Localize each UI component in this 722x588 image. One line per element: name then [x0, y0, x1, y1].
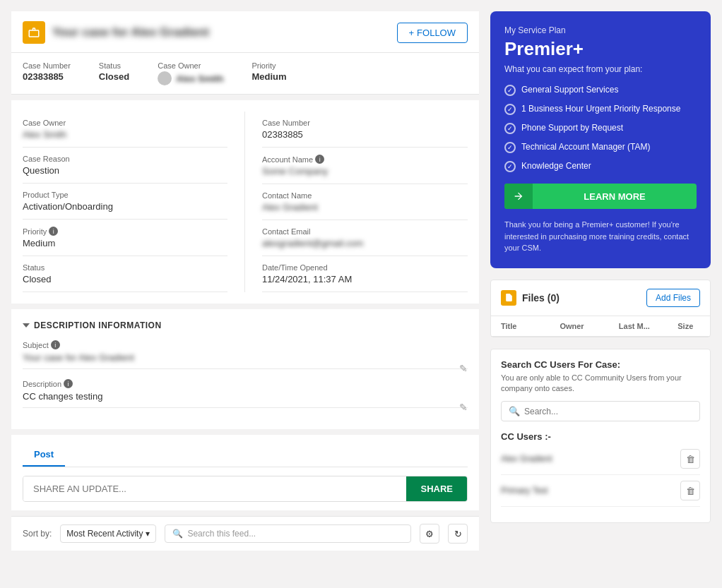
- plan-footer: Thank you for being a Premier+ customer!…: [504, 219, 697, 254]
- list-item: 1 Business Hour Urgent Priority Response: [504, 103, 697, 115]
- share-area: SHARE: [23, 476, 468, 502]
- details-right-col: Case Number 02383885 Account Name i Some…: [245, 112, 468, 292]
- feed-section: Post SHARE: [11, 435, 479, 510]
- contact-email-label: Contact Email: [262, 227, 310, 236]
- case-number-label: Case Number: [23, 61, 71, 70]
- files-header: Files (0) Add Files: [491, 280, 710, 316]
- subject-value: Your case for Alex Gradient: [23, 352, 468, 363]
- plan-features-list: General Support Services 1 Business Hour…: [504, 84, 697, 172]
- case-reason-val: Question: [23, 165, 227, 176]
- files-title: Files (0): [501, 290, 560, 306]
- sort-bar: Sort by: Most Recent Activity ▾ 🔍 Search…: [11, 516, 479, 551]
- share-button[interactable]: SHARE: [406, 476, 467, 501]
- case-number-value: 02383885: [23, 71, 71, 82]
- learn-more-button[interactable]: LEARN MORE: [504, 184, 697, 209]
- feed-tabs: Post: [23, 443, 468, 467]
- check-icon: [504, 104, 516, 115]
- contact-email-val: alexgradient@gmail.com: [262, 238, 468, 248]
- case-icon: [23, 21, 45, 44]
- case-title: Your case for Alex Gradient: [52, 25, 209, 40]
- list-item: General Support Services: [504, 84, 697, 96]
- field-case-owner: Case Owner Alex Smith: [23, 112, 227, 148]
- contact-name-label: Contact Name: [262, 191, 312, 200]
- field-datetime-opened: Date/Time Opened 11/24/2021, 11:37 AM: [262, 256, 468, 292]
- list-item: Knowledge Center: [504, 160, 697, 172]
- check-icon: [504, 161, 516, 172]
- list-item: Technical Account Manager (TAM): [504, 141, 697, 153]
- field-contact-email: Contact Email alexgradient@gmail.com: [262, 220, 468, 256]
- avatar: [158, 71, 172, 85]
- check-icon: [504, 142, 516, 153]
- priority-field-label: Priority: [23, 227, 47, 236]
- status-field-label: Status: [23, 263, 45, 272]
- details-left-col: Case Owner Alex Smith Case Reason Questi…: [23, 112, 245, 292]
- case-reason-label: Case Reason: [23, 155, 70, 163]
- sort-select[interactable]: Most Recent Activity ▾: [60, 524, 156, 543]
- feature-label: Knowledge Center: [521, 160, 591, 172]
- cc-search-input[interactable]: [524, 407, 692, 416]
- learn-more-label: LEARN MORE: [533, 184, 697, 209]
- description-header: DESCRIPTION INFORMATION: [23, 320, 468, 330]
- cc-user-row: Alex Gradient 🗑: [501, 449, 700, 475]
- cc-user-name: Alex Gradient: [501, 454, 552, 464]
- add-files-button[interactable]: Add Files: [646, 289, 700, 307]
- trash-icon: 🗑: [686, 454, 695, 464]
- priority-info-icon: i: [49, 227, 58, 236]
- product-type-label: Product Type: [23, 191, 69, 199]
- case-number-detail-val: 02383885: [262, 129, 468, 140]
- status-label: Status: [99, 61, 129, 70]
- account-name-label: Account Name: [262, 155, 313, 164]
- service-plan-card: My Service Plan Premier+ What you can ex…: [490, 11, 711, 268]
- feature-label: Phone Support by Request: [521, 122, 623, 134]
- search-placeholder: Search this feed...: [187, 529, 256, 539]
- field-case-reason: Case Reason Question: [23, 148, 227, 184]
- description-edit-icon[interactable]: ✎: [459, 402, 468, 413]
- cc-users-title: Search CC Users For Case:: [501, 359, 700, 370]
- cc-users-subtitle: You are only able to CC Community Users …: [501, 373, 700, 395]
- priority-label: Priority: [251, 61, 286, 70]
- product-type-val: Activation/Onboarding: [23, 201, 227, 212]
- refresh-icon-button[interactable]: ↻: [448, 524, 468, 544]
- field-status: Status Closed: [23, 256, 227, 292]
- case-owner-label: Case Owner: [158, 61, 223, 70]
- meta-case-owner: Case Owner Alex Smith: [158, 61, 223, 85]
- cc-user-delete-button[interactable]: 🗑: [680, 481, 700, 500]
- follow-button[interactable]: + FOLLOW: [397, 23, 468, 43]
- files-icon: [501, 290, 516, 306]
- search-feed-input[interactable]: 🔍 Search this feed...: [165, 524, 411, 543]
- chevron-down-icon[interactable]: [23, 323, 30, 328]
- files-count-label: Files (0): [522, 292, 560, 304]
- subject-label: Subject i: [23, 340, 468, 349]
- field-account-name: Account Name i Some Company: [262, 148, 468, 184]
- datetime-opened-label: Date/Time Opened: [262, 263, 328, 272]
- refresh-icon: ↻: [454, 529, 462, 539]
- description-section: DESCRIPTION INFORMATION Subject i Your c…: [11, 309, 479, 429]
- subject-edit-icon[interactable]: ✎: [459, 363, 468, 374]
- contact-name-val: Alex Gradient: [262, 202, 468, 212]
- field-contact-name: Contact Name Alex Gradient: [262, 184, 468, 220]
- case-owner-field-label: Case Owner: [23, 119, 66, 127]
- filter-icon-button[interactable]: ⚙: [420, 524, 439, 544]
- priority-field-val: Medium: [23, 238, 227, 248]
- files-col-title: Title: [501, 322, 545, 330]
- trash-icon: 🗑: [686, 486, 695, 496]
- status-value: Closed: [99, 71, 129, 82]
- meta-case-number: Case Number 02383885: [23, 61, 71, 85]
- subject-field: Subject i Your case for Alex Gradient ✎: [23, 340, 468, 369]
- details-card: Case Owner Alex Smith Case Reason Questi…: [11, 100, 479, 304]
- case-owner-field-val: Alex Smith: [23, 129, 227, 140]
- cc-search-container: 🔍: [501, 401, 700, 421]
- case-header: Your case for Alex Gradient + FOLLOW: [11, 11, 479, 53]
- description-field: Description i CC changes testing ✎: [23, 379, 468, 408]
- plan-description: What you can expect from your plan:: [504, 64, 697, 74]
- case-number-detail-label: Case Number: [262, 119, 310, 127]
- plus-icon: +: [409, 28, 415, 38]
- meta-status: Status Closed: [99, 61, 129, 85]
- cc-users-section: Search CC Users For Case: You are only a…: [490, 349, 711, 524]
- cc-user-delete-button[interactable]: 🗑: [680, 449, 700, 469]
- files-col-owner: Owner: [560, 322, 604, 330]
- post-tab[interactable]: Post: [23, 443, 65, 467]
- check-icon: [504, 85, 516, 96]
- filter-icon: ⚙: [425, 529, 434, 539]
- share-input[interactable]: [23, 476, 401, 501]
